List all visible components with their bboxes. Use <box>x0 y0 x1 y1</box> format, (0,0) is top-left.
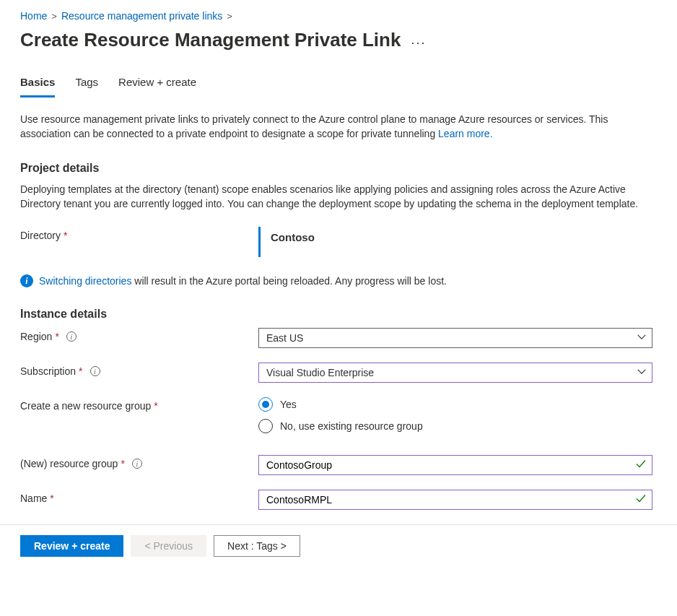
region-dropdown[interactable]: East US <box>258 328 652 348</box>
tab-review-create[interactable]: Review + create <box>118 71 196 97</box>
previous-button: < Previous <box>131 535 206 557</box>
tabs: Basics Tags Review + create <box>20 71 657 97</box>
chevron-right-icon: > <box>51 11 57 22</box>
directory-value: Contoso <box>258 227 315 257</box>
page-title: Create Resource Management Private Link <box>20 29 401 51</box>
project-details-desc: Deploying templates at the directory (te… <box>20 182 657 212</box>
subscription-value: Visual Studio Enterprise <box>258 363 652 383</box>
project-details-heading: Project details <box>20 162 657 175</box>
check-icon <box>635 493 647 507</box>
learn-more-link[interactable]: Learn more. <box>438 128 492 139</box>
info-banner-text: will result in the Azure portal being re… <box>131 275 447 287</box>
info-icon[interactable]: i <box>66 331 77 342</box>
instance-details-heading: Instance details <box>20 308 657 321</box>
radio-no[interactable]: No, use existing resource group <box>258 419 652 433</box>
region-value: East US <box>258 328 652 348</box>
footer: Review + create < Previous Next : Tags > <box>0 524 677 567</box>
breadcrumb-home[interactable]: Home <box>20 10 47 22</box>
name-input[interactable] <box>258 490 652 510</box>
review-create-button[interactable]: Review + create <box>20 535 123 557</box>
required-asterisk: * <box>154 400 157 412</box>
next-button[interactable]: Next : Tags > <box>214 535 300 557</box>
required-asterisk: * <box>79 365 82 377</box>
region-label: Region* i <box>20 328 258 342</box>
radio-icon <box>258 419 273 433</box>
subscription-dropdown[interactable]: Visual Studio Enterprise <box>258 363 652 383</box>
required-asterisk: * <box>55 331 58 342</box>
required-asterisk: * <box>50 493 53 504</box>
name-label: Name* <box>20 490 258 504</box>
radio-icon <box>258 397 273 412</box>
intro-text: Use resource management private links to… <box>20 112 657 142</box>
info-banner: i Switching directories will result in t… <box>20 274 657 287</box>
required-asterisk: * <box>64 230 67 241</box>
required-asterisk: * <box>121 458 124 469</box>
info-icon: i <box>20 274 33 287</box>
radio-yes-label: Yes <box>280 399 297 410</box>
tab-tags[interactable]: Tags <box>75 71 98 97</box>
subscription-label: Subscription* i <box>20 363 258 377</box>
tab-basics[interactable]: Basics <box>20 71 55 97</box>
radio-no-label: No, use existing resource group <box>280 420 423 432</box>
radio-yes[interactable]: Yes <box>258 397 652 412</box>
info-icon[interactable]: i <box>132 459 142 469</box>
switching-directories-link[interactable]: Switching directories <box>39 275 131 287</box>
create-rg-label: Create a new resource group* <box>20 397 258 412</box>
check-icon <box>635 459 647 472</box>
intro-body: Use resource management private links to… <box>20 113 608 139</box>
info-icon[interactable]: i <box>90 366 100 376</box>
new-rg-label: (New) resource group* i <box>20 455 258 469</box>
chevron-right-icon: > <box>227 11 232 22</box>
breadcrumb-rmpl-link[interactable]: Resource management private links <box>61 10 222 22</box>
directory-label: Directory* <box>20 227 258 241</box>
breadcrumb: Home > Resource management private links… <box>20 7 657 29</box>
more-actions-icon[interactable]: ··· <box>411 30 426 51</box>
new-rg-input[interactable] <box>258 455 652 475</box>
